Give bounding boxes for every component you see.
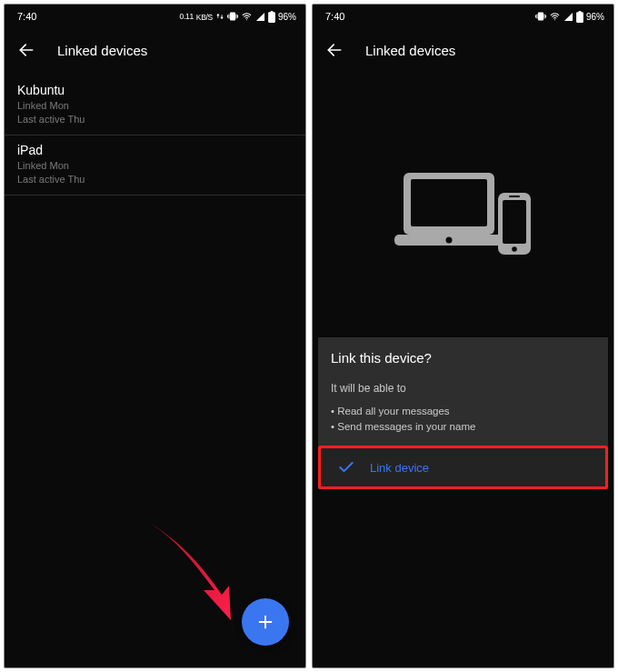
page-title: Linked devices — [365, 43, 455, 58]
annotation-highlight: Link device — [318, 446, 608, 489]
arrow-left-icon — [325, 41, 344, 59]
svg-point-12 — [512, 246, 517, 252]
back-button[interactable] — [14, 37, 39, 63]
status-icons: 0.11 KB/S 96% — [179, 11, 296, 23]
device-active: Last active Thu — [17, 113, 293, 126]
status-bar: 7:40 0.11 KB/S 96% — [5, 5, 305, 26]
battery-pct: 96% — [278, 12, 296, 22]
device-active: Last active Thu — [17, 173, 293, 186]
status-bar: 7:40 96% — [313, 5, 613, 26]
phone-right: 7:40 96% Linked devices — [312, 4, 614, 668]
svg-point-4 — [554, 19, 555, 20]
device-item-ipad[interactable]: iPad Linked Mon Last active Thu — [5, 135, 305, 196]
svg-point-0 — [246, 19, 247, 20]
status-time: 7:40 — [17, 11, 36, 22]
annotation-arrow-icon — [140, 513, 258, 631]
battery-icon — [268, 11, 275, 23]
dialog-permissions: • Read all your messages • Send messages… — [331, 404, 595, 436]
dialog-subtitle: It will be able to — [331, 382, 595, 395]
device-linked: Linked Mon — [17, 99, 293, 113]
svg-rect-7 — [411, 179, 487, 226]
device-linked: Linked Mon — [17, 159, 293, 173]
device-item-kubuntu[interactable]: Kubuntu Linked Mon Last active Thu — [5, 75, 305, 135]
dialog-title: Link this device? — [331, 350, 595, 366]
vibrate-icon — [535, 11, 546, 22]
status-icons: 96% — [535, 11, 604, 23]
battery-icon — [576, 11, 583, 23]
net-unit: KB/S — [196, 13, 213, 22]
perm-send: • Send messages in your name — [331, 419, 595, 435]
device-list: Kubuntu Linked Mon Last active Thu iPad … — [5, 75, 305, 196]
arrow-left-icon — [17, 41, 35, 59]
vibrate-icon — [227, 11, 238, 22]
net-speed: 0.11 — [179, 12, 193, 21]
device-name: Kubuntu — [17, 83, 293, 97]
wifi-icon — [241, 12, 253, 22]
header: Linked devices — [313, 26, 613, 75]
updown-icon — [215, 12, 224, 21]
svg-point-9 — [445, 236, 452, 243]
phone-left: 7:40 0.11 KB/S 96% Linked devices Kubunt… — [4, 4, 306, 668]
header: Linked devices — [5, 26, 305, 75]
add-device-fab[interactable] — [242, 598, 289, 646]
perm-read: • Read all your messages — [331, 404, 595, 419]
link-device-label: Link device — [370, 461, 429, 475]
link-device-dialog: Link this device? It will be able to • R… — [318, 337, 608, 490]
check-icon — [337, 458, 355, 476]
devices-illustration — [313, 75, 613, 337]
spacer — [313, 489, 613, 667]
signal-icon — [563, 12, 573, 22]
device-name: iPad — [17, 143, 293, 157]
back-button[interactable] — [322, 37, 347, 63]
laptop-phone-icon — [391, 167, 536, 267]
signal-icon — [255, 12, 265, 22]
wifi-icon — [549, 12, 561, 22]
status-time: 7:40 — [325, 11, 344, 22]
page-title: Linked devices — [57, 43, 147, 58]
battery-pct: 96% — [586, 12, 604, 22]
svg-rect-11 — [503, 200, 526, 244]
link-device-button[interactable]: Link device — [321, 448, 605, 486]
svg-rect-13 — [509, 196, 520, 197]
plus-icon — [255, 612, 275, 632]
